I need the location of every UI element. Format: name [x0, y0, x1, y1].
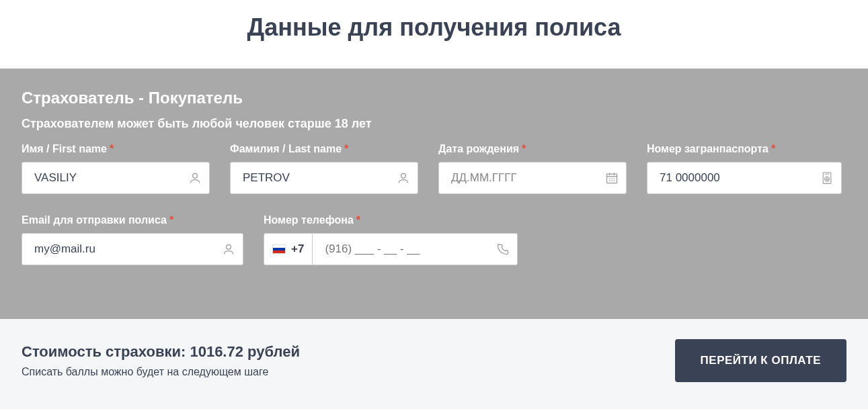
- birth-date-input[interactable]: [451, 171, 604, 185]
- email-label: Email для отправки полиса*: [22, 214, 243, 226]
- last-name-label: Фамилия / Last name*: [230, 143, 418, 155]
- birth-date-field-group: Дата рождения*: [438, 143, 627, 194]
- passport-field-group: Номер загранпаспорта*: [647, 143, 842, 194]
- footer-bar: Стоимость страховки: 1016.72 рублей Спис…: [0, 319, 868, 409]
- svg-point-1: [401, 173, 406, 178]
- phone-input-wrap[interactable]: [312, 233, 518, 265]
- svg-point-0: [193, 173, 198, 178]
- required-mark: *: [344, 143, 348, 154]
- person-icon: [396, 171, 411, 185]
- calendar-icon: [604, 171, 619, 185]
- insurant-section: Страхователь - Покупатель Страхователем …: [0, 68, 868, 319]
- cost-block: Стоимость страховки: 1016.72 рублей Спис…: [22, 343, 300, 378]
- first-name-field-group: Имя / First name*: [22, 143, 210, 194]
- first-name-input[interactable]: [34, 171, 188, 185]
- phone-icon: [496, 242, 510, 257]
- phone-field-group: Номер телефона* +7: [264, 214, 518, 265]
- required-mark: *: [169, 214, 173, 226]
- section-subtitle: Страхователем может быть любой человек с…: [22, 117, 846, 131]
- phone-country-selector[interactable]: +7: [264, 233, 312, 265]
- person-icon: [188, 171, 202, 185]
- birth-date-label: Дата рождения*: [438, 143, 627, 155]
- birth-date-input-wrap[interactable]: [438, 162, 627, 194]
- email-input[interactable]: [34, 242, 221, 256]
- proceed-to-payment-button[interactable]: ПЕРЕЙТИ К ОПЛАТЕ: [675, 339, 846, 382]
- phone-input[interactable]: [325, 242, 496, 256]
- required-mark: *: [110, 143, 114, 154]
- svg-point-5: [227, 244, 231, 249]
- first-name-input-wrap[interactable]: [22, 162, 210, 194]
- last-name-field-group: Фамилия / Last name*: [230, 143, 418, 194]
- required-mark: *: [522, 143, 526, 154]
- passport-input[interactable]: [660, 171, 820, 185]
- cost-value: 1016.72: [190, 343, 243, 360]
- last-name-input[interactable]: [243, 171, 396, 185]
- person-icon: [221, 242, 236, 257]
- phone-label: Номер телефона*: [264, 214, 518, 226]
- cost-line: Стоимость страховки: 1016.72 рублей: [22, 343, 300, 361]
- passport-label: Номер загранпаспорта*: [647, 143, 842, 155]
- points-note: Списать баллы можно будет на следующем ш…: [22, 366, 300, 378]
- required-mark: *: [356, 214, 360, 226]
- phone-group: +7: [264, 233, 518, 265]
- section-title: Страхователь - Покупатель: [22, 89, 846, 107]
- passport-input-wrap[interactable]: [647, 162, 842, 194]
- required-mark: *: [771, 143, 775, 154]
- passport-icon: [820, 171, 834, 185]
- flag-ru-icon: [272, 244, 286, 254]
- page-title: Данные для получения полиса: [0, 0, 868, 68]
- last-name-input-wrap[interactable]: [230, 162, 418, 194]
- first-name-label: Имя / First name*: [22, 143, 210, 155]
- email-field-group: Email для отправки полиса*: [22, 214, 243, 265]
- email-input-wrap[interactable]: [22, 233, 243, 265]
- phone-code: +7: [291, 242, 304, 256]
